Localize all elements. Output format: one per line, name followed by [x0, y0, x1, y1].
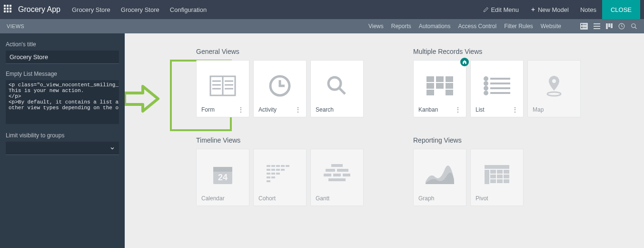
empty-list-label: Empty List Message	[6, 71, 119, 77]
svg-rect-1	[581, 24, 583, 25]
action-title-input[interactable]	[6, 51, 119, 64]
new-model-button[interactable]: New Model	[525, 0, 575, 19]
card-cohort: Cohort	[253, 149, 307, 206]
card-label: Pivot	[476, 195, 488, 202]
svg-rect-56	[271, 173, 275, 175]
card-map: Map	[527, 60, 581, 117]
svg-rect-62	[326, 169, 335, 172]
subbar: VIEWS Views Reports Automations Access C…	[0, 19, 644, 33]
svg-rect-76	[490, 179, 496, 183]
card-activity[interactable]: Activity ⋮	[253, 60, 307, 117]
svg-point-37	[485, 87, 487, 90]
card-label: Activity	[258, 106, 277, 113]
svg-point-33	[485, 77, 487, 80]
group-timeline-views: Timeline Views 24 Calendar	[196, 136, 364, 206]
topbar: Grocery App Grocery Store Grocery Store …	[0, 0, 644, 19]
svg-rect-72	[504, 170, 509, 174]
group-title: Timeline Views	[196, 136, 364, 144]
calendar-icon: 24	[211, 163, 234, 186]
empty-list-textarea[interactable]	[6, 80, 119, 124]
svg-rect-48	[276, 165, 280, 167]
nav-grocery-store-1[interactable]: Grocery Store	[72, 6, 110, 13]
action-title-label: Action's title	[6, 41, 119, 48]
svg-rect-59	[271, 176, 275, 178]
card-search[interactable]: Search	[310, 60, 364, 117]
apps-icon[interactable]	[4, 5, 13, 14]
group-multiple-records-views: Multiple Records Views	[413, 48, 581, 117]
app-brand: Grocery App	[18, 5, 60, 14]
svg-rect-69	[485, 170, 489, 184]
list-icon	[484, 76, 510, 95]
close-button[interactable]: CLOSE	[602, 0, 640, 19]
subbar-title: VIEWS	[7, 23, 24, 29]
pencil-icon	[483, 7, 489, 12]
card-kanban[interactable]: Kanban ⋮	[413, 60, 466, 117]
subbar-link-access-control[interactable]: Access Control	[458, 23, 496, 30]
svg-rect-67	[328, 178, 346, 181]
clock-icon[interactable]	[618, 23, 625, 30]
subbar-link-views[interactable]: Views	[368, 23, 384, 30]
svg-rect-68	[485, 165, 509, 169]
subbar-link-website[interactable]: Website	[541, 23, 561, 30]
subbar-link-automations[interactable]: Automations	[419, 23, 451, 30]
svg-rect-78	[504, 179, 509, 183]
card-label: Graph	[418, 195, 434, 202]
svg-rect-10	[611, 23, 613, 28]
kanban-icon	[426, 76, 453, 95]
svg-rect-27	[426, 90, 434, 95]
card-label: Gantt	[316, 195, 329, 202]
svg-point-23	[328, 77, 341, 90]
card-label: Search	[316, 106, 334, 113]
card-menu-icon[interactable]: ⋮	[512, 106, 518, 113]
svg-rect-70	[490, 170, 496, 174]
card-gantt: Gantt	[310, 149, 364, 206]
visibility-select[interactable]	[6, 142, 119, 155]
tutorial-arrow-icon	[125, 83, 162, 115]
svg-rect-60	[267, 180, 270, 182]
group-title: Multiple Records Views	[413, 48, 581, 55]
magnify-icon	[325, 74, 349, 98]
card-menu-icon[interactable]: ⋮	[455, 106, 461, 113]
pivot-icon	[485, 165, 509, 184]
svg-rect-32	[446, 90, 453, 95]
svg-rect-26	[426, 83, 434, 89]
svg-point-12	[632, 24, 635, 28]
card-label: Cohort	[258, 195, 276, 202]
kanban-view-icon[interactable]	[606, 23, 613, 29]
svg-rect-77	[497, 179, 503, 183]
svg-rect-2	[583, 24, 586, 25]
plus-icon	[530, 7, 536, 12]
card-list[interactable]: List ⋮	[470, 60, 524, 117]
card-form[interactable]: Form ⋮	[196, 60, 249, 117]
edit-menu-button[interactable]: Edit Menu	[477, 0, 525, 19]
card-menu-icon[interactable]: ⋮	[295, 106, 301, 113]
card-view-icon[interactable]	[580, 23, 588, 30]
svg-rect-73	[490, 175, 496, 178]
card-menu-icon[interactable]: ⋮	[238, 106, 244, 113]
search-icon[interactable]	[631, 23, 637, 30]
card-label: Calendar	[201, 195, 225, 202]
svg-rect-3	[581, 27, 583, 28]
svg-rect-74	[497, 175, 503, 178]
notes-button[interactable]: Notes	[575, 0, 602, 19]
svg-rect-63	[337, 169, 348, 172]
svg-rect-71	[497, 170, 503, 174]
subbar-link-reports[interactable]: Reports	[391, 23, 411, 30]
svg-rect-31	[446, 83, 453, 89]
card-calendar: 24 Calendar	[196, 149, 249, 206]
svg-rect-64	[324, 174, 331, 176]
svg-rect-47	[271, 165, 275, 167]
svg-rect-75	[504, 175, 509, 178]
svg-rect-55	[267, 173, 270, 175]
svg-rect-50	[286, 165, 289, 167]
svg-rect-49	[281, 165, 285, 167]
subbar-link-filter-rules[interactable]: Filter Rules	[504, 23, 533, 30]
chevron-down-icon	[109, 145, 115, 151]
nav-configuration[interactable]: Configuration	[170, 6, 207, 13]
nav-grocery-store-2[interactable]: Grocery Store	[121, 6, 159, 13]
sidebar: Action's title Empty List Message Limit …	[0, 33, 125, 248]
svg-rect-57	[276, 173, 280, 175]
visibility-label: Limit visibility to groups	[6, 132, 119, 139]
list-view-icon[interactable]	[594, 23, 600, 29]
svg-rect-61	[331, 164, 343, 167]
